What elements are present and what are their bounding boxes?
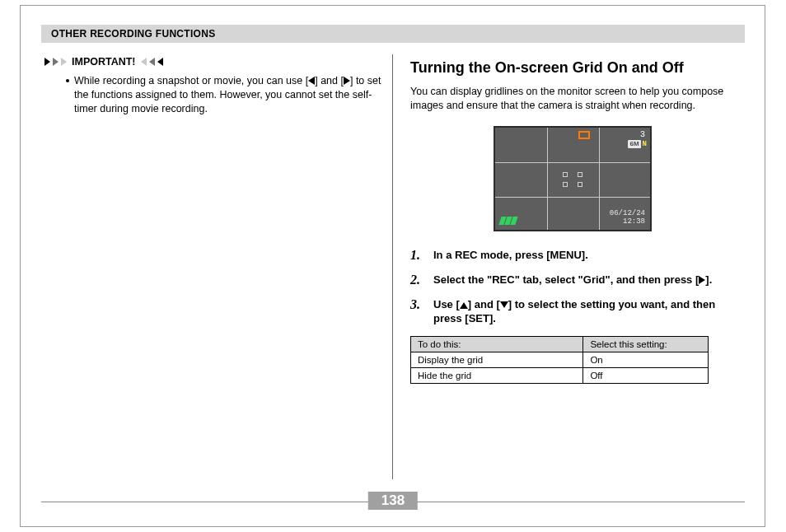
focus-frame-icon — [563, 172, 582, 187]
table-header: To do this: — [411, 336, 583, 352]
table-header-row: To do this: Select this setting: — [411, 336, 709, 352]
topic-intro: You can display gridlines on the monitor… — [410, 85, 735, 113]
page-number: 138 — [368, 492, 418, 510]
table-row: Display the grid On — [411, 352, 709, 367]
step-text: Use [] and [] to select the setting you … — [433, 297, 735, 326]
chevron-left-icon — [149, 58, 155, 66]
table-cell: Display the grid — [411, 352, 583, 367]
table-header: Select this setting: — [583, 336, 709, 352]
chevron-left-icon — [141, 58, 147, 66]
important-bullet-text: While recording a snapshot or movie, you… — [74, 74, 391, 116]
text-fragment: Select the "REC" tab, select "Grid", and… — [433, 273, 699, 286]
time-text: 12:38 — [610, 217, 645, 226]
topic-heading: Turning the On-screen Grid On and Off — [410, 59, 735, 77]
table-cell: Hide the grid — [411, 367, 583, 383]
shots-remaining: 3 — [640, 130, 645, 139]
grid-line — [495, 162, 650, 163]
down-arrow-icon — [500, 301, 508, 308]
grid-line — [599, 128, 600, 230]
grid-line — [547, 128, 548, 230]
chevron-left-icon — [157, 58, 163, 66]
important-bullet: While recording a snapshot or movie, you… — [66, 74, 391, 116]
text-fragment: While recording a snapshot or movie, you… — [74, 75, 308, 86]
step-item: 1. In a REC mode, press [MENU]. — [410, 248, 735, 263]
section-header-text: OTHER RECORDING FUNCTIONS — [51, 28, 216, 40]
step-number: 2. — [410, 273, 425, 287]
settings-table: To do this: Select this setting: Display… — [410, 336, 709, 384]
step-text: Select the "REC" tab, select "Grid", and… — [433, 273, 712, 287]
left-arrow-icon — [308, 77, 315, 85]
chevron-right-icon — [44, 58, 50, 66]
text-fragment: ] and [ — [468, 298, 500, 310]
camera-screen-illustration: 3 6M N 06/12/24 12:38 — [494, 126, 652, 231]
step-number: 1. — [410, 248, 425, 263]
text-fragment: Use [ — [433, 298, 460, 310]
important-label: IMPORTANT! — [72, 56, 136, 68]
right-column: Turning the On-screen Grid On and Off Yo… — [410, 59, 735, 384]
steps-list: 1. In a REC mode, press [MENU]. 2. Selec… — [410, 248, 735, 326]
step-text: In a REC mode, press [MENU]. — [433, 248, 588, 263]
battery-icon — [500, 217, 517, 225]
table-cell: On — [583, 352, 709, 367]
bullet-icon — [66, 79, 69, 82]
step-item: 2. Select the "REC" tab, select "Grid", … — [410, 273, 735, 287]
right-arrow-icon — [344, 77, 350, 85]
camera-screen: 3 6M N 06/12/24 12:38 — [494, 126, 652, 231]
column-divider — [392, 54, 393, 479]
table-cell: Off — [583, 367, 709, 383]
datetime-indicator: 06/12/24 12:38 — [610, 209, 645, 226]
text-fragment: ] and [ — [315, 75, 344, 86]
resolution-badge: 6M — [628, 140, 640, 148]
mode-indicator-icon — [578, 131, 590, 139]
chevron-right-icon — [53, 58, 58, 66]
table-row: Hide the grid Off — [411, 367, 709, 383]
grid-line — [495, 197, 650, 198]
chevron-right-icon — [61, 58, 67, 66]
step-item: 3. Use [] and [] to select the setting y… — [410, 297, 735, 326]
step-number: 3. — [410, 297, 425, 326]
important-callout: IMPORTANT! — [44, 56, 391, 68]
quality-indicator: 6M N — [628, 140, 647, 148]
date-text: 06/12/24 — [610, 209, 645, 217]
text-fragment: ]. — [705, 273, 712, 286]
left-column: IMPORTANT! While recording a snapshot or… — [41, 56, 391, 116]
quality-suffix: N — [643, 140, 647, 148]
up-arrow-icon — [460, 302, 468, 309]
section-header: OTHER RECORDING FUNCTIONS — [41, 25, 745, 43]
